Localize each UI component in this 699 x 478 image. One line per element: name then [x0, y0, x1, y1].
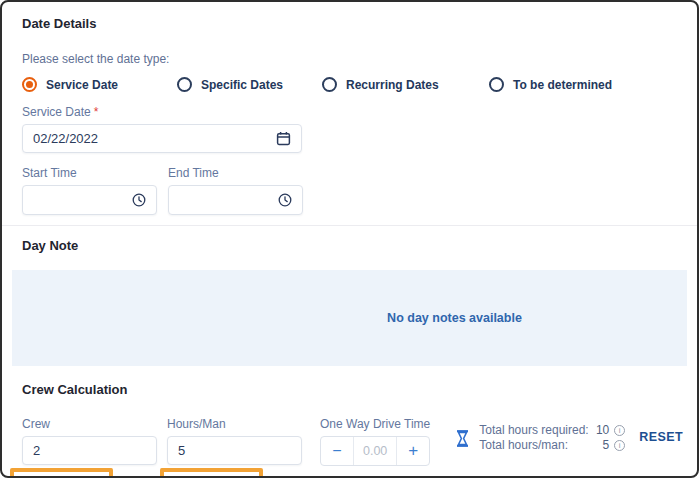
clock-icon[interactable]: [132, 193, 146, 207]
hours-man-input-wrapper: [167, 436, 302, 465]
total-hours-required-row: Total hours required: 10 i: [479, 423, 625, 438]
total-hours-man-label: Total hours/man:: [479, 438, 602, 453]
radio-label: Specific Dates: [201, 78, 283, 92]
crew-input-wrapper: [22, 436, 157, 465]
hours-man-label: Hours/Man: [167, 417, 302, 431]
radio-specific-dates[interactable]: Specific Dates: [177, 77, 322, 92]
start-time-input[interactable]: [33, 193, 126, 208]
radio-unselected-icon: [322, 77, 337, 92]
start-time-input-wrapper: [22, 185, 157, 215]
total-hours-required-label: Total hours required:: [479, 423, 596, 438]
radio-label: Service Date: [46, 78, 118, 92]
hours-man-column: Hours/Man Auto-calculated: [167, 417, 302, 478]
radio-unselected-icon: [177, 77, 192, 92]
hours-man-input[interactable]: [178, 443, 291, 458]
start-time-label: Start Time: [22, 166, 157, 180]
info-icon[interactable]: i: [614, 440, 625, 451]
crew-input[interactable]: [33, 443, 146, 458]
crew-auto-calculated-annotation: Auto-calculated: [10, 468, 113, 478]
radio-to-be-determined[interactable]: To be determined: [489, 77, 612, 92]
total-hours-required-value: 10: [596, 423, 609, 438]
hourglass-icon: [456, 430, 469, 447]
one-way-drive-time-label: One Way Drive Time: [320, 417, 430, 431]
radio-unselected-icon: [489, 77, 504, 92]
section-title-crew-calculation: Crew Calculation: [22, 382, 677, 397]
radio-recurring-dates[interactable]: Recurring Dates: [322, 77, 489, 92]
time-labels-row: Start Time End Time: [22, 166, 677, 180]
time-inputs-row: [22, 180, 677, 215]
totals-block: Total hours required: 10 i Total hours/m…: [456, 423, 625, 453]
radio-label: Recurring Dates: [346, 78, 439, 92]
crew-calculation-row: Crew Auto-calculated Hours/Man Auto-calc…: [22, 417, 677, 478]
radio-selected-icon: [22, 77, 37, 92]
required-asterisk: *: [94, 105, 99, 119]
crew-column: Crew Auto-calculated: [22, 417, 157, 478]
one-way-drive-time-input[interactable]: [354, 444, 396, 458]
section-title-date-details: Date Details: [22, 16, 677, 31]
radio-service-date[interactable]: Service Date: [22, 77, 177, 92]
total-hours-man-value: 5: [603, 438, 610, 453]
hours-man-auto-calculated-annotation: Auto-calculated: [160, 468, 263, 478]
one-way-drive-time-column: One Way Drive Time − +: [320, 417, 430, 466]
clock-icon[interactable]: [278, 193, 292, 207]
crew-label: Crew: [22, 417, 157, 431]
date-type-prompt: Please select the date type:: [22, 52, 677, 66]
day-note-panel: No day notes available: [12, 270, 687, 366]
end-time-label: End Time: [168, 166, 303, 180]
section-divider: [2, 225, 697, 226]
stepper-plus-button[interactable]: +: [396, 437, 429, 465]
service-date-input[interactable]: [33, 131, 270, 146]
totals-rows: Total hours required: 10 i Total hours/m…: [479, 423, 625, 453]
section-title-day-note: Day Note: [22, 238, 677, 253]
service-date-label: Service Date*: [22, 105, 677, 119]
total-hours-man-row: Total hours/man: 5 i: [479, 438, 625, 453]
radio-label: To be determined: [513, 78, 612, 92]
stepper-minus-button[interactable]: −: [321, 437, 354, 465]
reset-button[interactable]: RESET: [639, 430, 683, 444]
service-date-input-wrapper: [22, 124, 302, 153]
date-type-radio-group: Service Date Specific Dates Recurring Da…: [22, 77, 677, 92]
day-note-empty-message: No day notes available: [387, 311, 522, 325]
info-icon[interactable]: i: [614, 425, 625, 436]
one-way-drive-time-stepper: − +: [320, 436, 430, 466]
date-details-form: Date Details Please select the date type…: [0, 0, 699, 478]
calendar-icon[interactable]: [276, 131, 291, 146]
service-date-label-text: Service Date: [22, 105, 91, 119]
end-time-input-wrapper: [168, 185, 303, 215]
end-time-input[interactable]: [179, 193, 272, 208]
